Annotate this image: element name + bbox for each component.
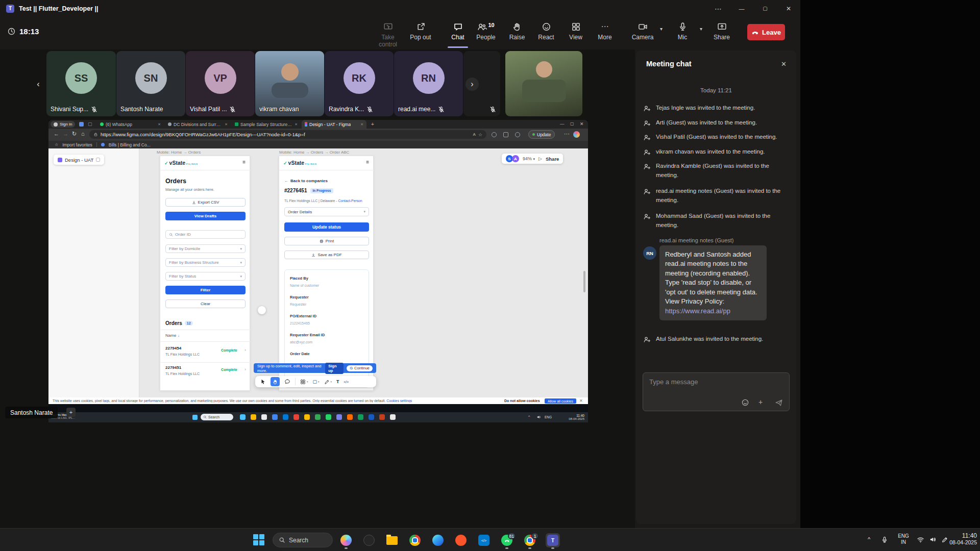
sign-up-button[interactable]: Sign up bbox=[325, 363, 344, 374]
start-button[interactable] bbox=[253, 534, 264, 545]
comment-tool-icon[interactable] bbox=[284, 379, 290, 385]
participants-scroll-left-button[interactable]: ‹ bbox=[32, 78, 45, 91]
figma-share-button[interactable]: Share bbox=[546, 156, 559, 162]
read-aloud-icon[interactable]: A bbox=[473, 132, 476, 137]
google-continue-button[interactable]: G Continue bbox=[347, 365, 373, 371]
volume-icon[interactable] bbox=[929, 536, 937, 543]
shape-tool-icon[interactable]: ▢▾ bbox=[313, 379, 320, 384]
clear-button[interactable]: Clear bbox=[165, 299, 246, 308]
pen-tool-icon[interactable]: ▾ bbox=[324, 379, 332, 385]
mic-chevron[interactable]: ▾ bbox=[700, 26, 702, 32]
taskbar-whatsapp-icon[interactable]: 81 bbox=[500, 533, 514, 547]
zoom-level[interactable]: 94% ▾ bbox=[523, 156, 535, 161]
taskbar-chrome-profile2-icon[interactable]: 1 bbox=[523, 533, 537, 547]
taskbar-file-explorer-icon[interactable] bbox=[385, 533, 399, 547]
send-icon[interactable] bbox=[775, 398, 783, 407]
frame-tool-icon[interactable]: ▾ bbox=[300, 379, 308, 385]
home-icon[interactable]: ⌂ bbox=[81, 131, 85, 137]
tab-close-icon[interactable]: ✕ bbox=[225, 122, 228, 127]
mic-button[interactable]: Mic bbox=[666, 22, 699, 41]
privacy-policy-link[interactable]: https://www.read.ai/pp bbox=[665, 307, 730, 315]
url-field[interactable]: https://www.figma.com/design/9BKQ0FOHRWa… bbox=[89, 130, 486, 139]
export-csv-button[interactable]: Export CSV bbox=[165, 198, 246, 207]
update-status-button[interactable]: Update status bbox=[284, 222, 369, 232]
save-pdf-button[interactable]: Save as PDF bbox=[284, 251, 369, 259]
text-tool-icon[interactable]: T bbox=[336, 379, 339, 384]
favorite-star-icon[interactable]: ☆ bbox=[478, 132, 482, 137]
emoji-icon[interactable] bbox=[741, 398, 749, 407]
browser-settings-icon[interactable]: ⋯ bbox=[564, 131, 570, 137]
order-details-dropdown[interactable]: Order Details▾ bbox=[284, 207, 369, 216]
participant-tile[interactable]: SS Shivani Sup... bbox=[46, 51, 116, 116]
taskbar-vscode-icon[interactable]: </> bbox=[477, 533, 491, 547]
extensions-icon[interactable] bbox=[492, 132, 497, 137]
hamburger-icon[interactable]: ≡ bbox=[366, 159, 369, 165]
chat-close-icon[interactable]: ✕ bbox=[781, 60, 787, 68]
back-to-companies-link[interactable]: ← Back to companies bbox=[284, 179, 328, 183]
present-icon[interactable]: ▷ bbox=[538, 156, 542, 161]
canvas-scrollbar[interactable] bbox=[583, 271, 585, 292]
mini-search-box[interactable]: Search bbox=[201, 414, 233, 420]
back-icon[interactable]: ← bbox=[54, 131, 59, 137]
taskbar-chrome-icon[interactable] bbox=[408, 533, 422, 547]
browser-maximize-icon[interactable]: ▢ bbox=[570, 121, 574, 126]
participant-tile[interactable]: RN read.ai mee... bbox=[394, 51, 463, 116]
reload-icon[interactable]: ↻ bbox=[72, 131, 77, 137]
split-screen-icon[interactable] bbox=[515, 132, 520, 137]
collections-icon[interactable] bbox=[503, 132, 508, 137]
mini-app-icons[interactable] bbox=[240, 414, 396, 420]
allow-cookies-button[interactable]: Allow all cookies bbox=[545, 398, 576, 404]
tab-close-icon[interactable]: ✕ bbox=[360, 122, 363, 127]
browser-tab-active[interactable]: Design - UAT - Figma ✕ bbox=[302, 120, 366, 129]
frame-breadcrumb[interactable]: Mobile: Home → Orders → Order ABC bbox=[279, 150, 349, 155]
workspaces-icon[interactable] bbox=[79, 122, 84, 127]
browser-minimize-icon[interactable]: — bbox=[560, 121, 565, 127]
tab-actions-icon[interactable]: ▢ bbox=[88, 121, 92, 127]
hamburger-icon[interactable]: ≡ bbox=[242, 159, 246, 165]
wifi-icon[interactable] bbox=[917, 536, 924, 543]
order-row[interactable]: 2279451 TL Flex Holdings LLC Complete › bbox=[160, 363, 251, 382]
maximize-button[interactable]: ▢ bbox=[753, 0, 777, 17]
mini-clock[interactable]: 11:40 08-04-2025 bbox=[558, 414, 584, 420]
dev-mode-icon[interactable]: </> bbox=[344, 380, 349, 384]
taskbar-teams-icon[interactable]: T bbox=[546, 533, 560, 547]
language-switcher[interactable]: ENGIN bbox=[895, 533, 912, 545]
contact-person-link[interactable]: Contact-Person bbox=[338, 199, 362, 203]
taskbar-copilot-icon[interactable] bbox=[339, 533, 353, 547]
filter-business-dropdown[interactable]: Filter by Business Structure▾ bbox=[165, 258, 246, 267]
mini-language[interactable]: ENG bbox=[545, 415, 552, 419]
participant-tile[interactable]: RK Ravindra K... bbox=[325, 51, 394, 116]
participants-scroll-right-button[interactable]: › bbox=[465, 78, 479, 91]
print-button[interactable]: Print bbox=[284, 237, 369, 245]
minimize-button[interactable]: — bbox=[730, 0, 753, 17]
taskbar-app-icon[interactable] bbox=[362, 533, 376, 547]
leave-button[interactable]: Leave bbox=[747, 24, 785, 40]
take-control-button[interactable]: Take control bbox=[372, 22, 404, 48]
bills-bookmark-link[interactable]: Bills | Billing and Co... bbox=[109, 142, 151, 147]
attach-plus-icon[interactable]: + bbox=[758, 398, 763, 406]
figma-file-chip[interactable]: Design - UAT bbox=[54, 155, 104, 165]
taskbar-clock[interactable]: 11:40 08-04-2025 bbox=[943, 532, 977, 545]
figma-frame-orders[interactable]: ✓vStateFILINGS ≡ Orders Manage all your … bbox=[160, 156, 250, 391]
tray-chevron-icon[interactable]: ^ bbox=[868, 536, 870, 543]
participant-tile-video[interactable]: vikram chavan bbox=[255, 51, 324, 116]
filter-button[interactable]: Filter bbox=[165, 286, 246, 294]
share-button[interactable]: Share bbox=[705, 22, 738, 41]
deny-cookies-button[interactable]: Do not allow cookies bbox=[504, 399, 540, 403]
order-id-search-input[interactable]: Order ID bbox=[165, 230, 246, 239]
tray-mic-icon[interactable] bbox=[881, 536, 888, 543]
close-window-button[interactable]: ✕ bbox=[777, 0, 800, 17]
mini-volume-icon[interactable] bbox=[536, 415, 541, 419]
new-tab-button[interactable]: + bbox=[371, 121, 374, 127]
participant-tile-video[interactable] bbox=[505, 51, 582, 116]
column-header-name[interactable]: Name↓ bbox=[165, 333, 180, 338]
canvas-floating-button[interactable] bbox=[258, 306, 266, 314]
pop-out-button[interactable]: Pop out bbox=[404, 22, 437, 41]
browser-update-button[interactable]: Update bbox=[528, 130, 555, 139]
participant-tile[interactable]: VP Vishal Patil ... bbox=[186, 51, 255, 116]
taskbar-edge-icon[interactable] bbox=[431, 533, 445, 547]
forward-icon[interactable]: → bbox=[63, 131, 68, 137]
browser-profile-button[interactable]: Sign in bbox=[51, 121, 75, 128]
browser-close-icon[interactable]: ✕ bbox=[580, 121, 584, 127]
browser-tab[interactable]: (6) WhatsApp ✕ bbox=[97, 120, 164, 129]
